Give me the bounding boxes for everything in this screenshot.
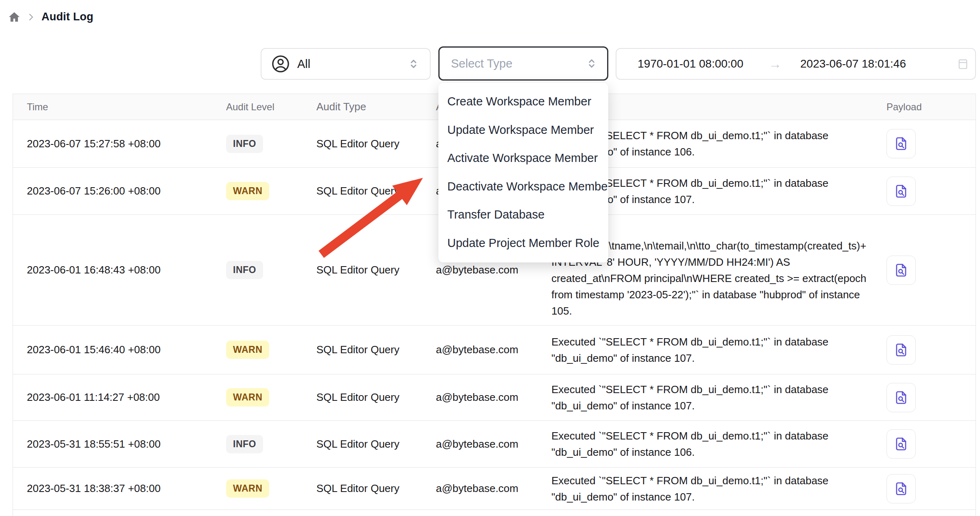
time-cell: 2023-06-07 15:26:00 +08:00: [13, 168, 226, 214]
type-option[interactable]: Update Workspace Member: [438, 116, 608, 144]
time-cell: 2023-05-31 18:55:51 +08:00: [13, 421, 226, 467]
file-search-icon: [893, 262, 909, 278]
level-cell: WARN: [226, 168, 316, 214]
audit-type-cell: SQL Editor Query: [316, 168, 436, 214]
comment-cell: Executed `"SELECT * FROM db_ui_demo.t1;"…: [551, 326, 878, 374]
comment-cell: [551, 510, 878, 516]
date-range-start[interactable]: 1970-01-01 08:00:00: [638, 57, 743, 70]
audit-level-badge: INFO: [226, 261, 263, 279]
type-option[interactable]: Transfer Database: [438, 201, 608, 229]
audit-type-cell: SQL Editor Query: [316, 326, 436, 374]
audit-type-cell: [316, 510, 436, 516]
page-title: Audit Log: [41, 11, 94, 23]
payload-button[interactable]: [886, 429, 916, 459]
table-row: 2023-06-01 15:46:40 +08:00 WARN SQL Edit…: [13, 326, 976, 374]
time-cell: 2023-05-31 18:38:37 +08:00: [13, 468, 226, 509]
column-header-payload: Payload: [878, 94, 976, 120]
time-cell: [13, 510, 226, 516]
calendar-icon[interactable]: [956, 57, 969, 70]
date-range-picker[interactable]: 1970-01-01 08:00:00 → 2023-06-07 18:01:4…: [616, 48, 976, 80]
column-header-level: Audit Level: [226, 94, 316, 120]
audit-level-badge: WARN: [226, 479, 269, 498]
type-option[interactable]: Update Project Member Role: [438, 229, 608, 258]
payload-cell: [878, 510, 976, 516]
actor-cell: a@bytebase.com: [436, 468, 551, 509]
level-cell: WARN: [226, 326, 316, 374]
payload-button[interactable]: [886, 474, 916, 503]
table-row: 2023-06-01 11:14:27 +08:00 WARN SQL Edit…: [13, 374, 976, 421]
file-search-icon: [893, 342, 909, 358]
file-search-icon: [893, 390, 909, 405]
time-cell: 2023-06-01 11:14:27 +08:00: [13, 374, 226, 420]
time-cell: 2023-06-01 15:46:40 +08:00: [13, 326, 226, 374]
actor-cell: [436, 510, 551, 516]
file-search-icon: [893, 184, 909, 199]
payload-button[interactable]: [886, 177, 916, 206]
audit-level-badge: INFO: [226, 135, 263, 153]
payload-cell: [878, 120, 976, 167]
actor-cell: a@bytebase.com: [436, 421, 551, 467]
column-header-time: Time: [13, 94, 226, 120]
breadcrumb: Audit Log: [8, 11, 94, 23]
payload-cell: [878, 326, 976, 374]
column-header-type: Audit Type: [316, 94, 436, 120]
payload-cell: [878, 421, 976, 467]
table-row: 2023-05-31 18:55:51 +08:00 INFO SQL Edit…: [13, 421, 976, 468]
actor-filter-select[interactable]: All: [261, 48, 431, 80]
type-option[interactable]: Activate Workspace Member: [438, 144, 608, 173]
comment-cell: Executed `"SELECT * FROM db_ui_demo.t1;"…: [551, 468, 878, 509]
comment-text: Executed `"SELECT * FROM db_ui_demo.t1;"…: [551, 334, 869, 366]
payload-button[interactable]: [886, 383, 916, 412]
arrow-right-icon: →: [743, 57, 800, 72]
audit-type-cell: SQL Editor Query: [316, 468, 436, 509]
level-cell: WARN: [226, 374, 316, 420]
home-icon[interactable]: [8, 11, 20, 23]
type-option[interactable]: Create Workspace Member: [438, 87, 608, 116]
payload-button[interactable]: [886, 129, 916, 158]
user-circle-icon: [271, 55, 290, 73]
chevron-up-down-icon: [407, 57, 420, 70]
payload-cell: [878, 215, 976, 325]
level-cell: INFO: [226, 421, 316, 467]
time-cell: 2023-06-07 15:27:58 +08:00: [13, 120, 226, 167]
time-cell: 2023-06-01 16:48:43 +08:00: [13, 215, 226, 325]
comment-text: Executed `"SELECT * FROM db_ui_demo.t1;"…: [551, 381, 869, 414]
audit-type-cell: SQL Editor Query: [316, 120, 436, 167]
chevron-up-down-icon: [585, 57, 598, 70]
level-cell: INFO: [226, 215, 316, 325]
table-row: 2023-05-31 18:38:37 +08:00 WARN SQL Edit…: [13, 468, 976, 510]
audit-level-badge: INFO: [226, 435, 263, 453]
file-search-icon: [893, 481, 909, 496]
level-cell: WARN: [226, 468, 316, 509]
payload-button[interactable]: [886, 335, 916, 365]
chevron-right-icon: [26, 12, 36, 22]
file-search-icon: [893, 136, 909, 151]
actor-cell: a@bytebase.com: [436, 326, 551, 374]
audit-type-cell: SQL Editor Query: [316, 421, 436, 467]
actor-filter-value: All: [297, 57, 310, 71]
audit-type-cell: SQL Editor Query: [316, 215, 436, 325]
audit-level-badge: WARN: [226, 341, 269, 359]
comment-text: Executed `"SELECT * FROM db_ui_demo.t1;"…: [551, 428, 869, 460]
audit-level-badge: WARN: [226, 182, 269, 200]
payload-button[interactable]: [886, 256, 916, 285]
audit-level-badge: WARN: [226, 388, 269, 407]
comment-cell: Executed `"SELECT * FROM db_ui_demo.t1;"…: [551, 421, 878, 467]
payload-cell: [878, 374, 976, 420]
type-dropdown-menu: Create Workspace MemberUpdate Workspace …: [438, 83, 608, 262]
actor-cell: a@bytebase.com: [436, 374, 551, 420]
level-cell: INFO: [226, 120, 316, 167]
file-search-icon: [893, 436, 909, 452]
table-row: [13, 510, 976, 516]
type-option[interactable]: Deactivate Workspace Member: [438, 173, 608, 201]
audit-type-cell: SQL Editor Query: [316, 374, 436, 420]
payload-cell: [878, 468, 976, 509]
payload-cell: [878, 168, 976, 214]
type-filter-placeholder: Select Type: [451, 57, 512, 70]
type-filter-select[interactable]: Select Type: [438, 46, 608, 81]
comment-text: Executed `"SELECT * FROM db_ui_demo.t1;"…: [551, 472, 869, 505]
comment-cell: Executed `"SELECT * FROM db_ui_demo.t1;"…: [551, 374, 878, 420]
level-cell: [226, 510, 316, 516]
date-range-end[interactable]: 2023-06-07 18:01:46: [800, 57, 906, 70]
